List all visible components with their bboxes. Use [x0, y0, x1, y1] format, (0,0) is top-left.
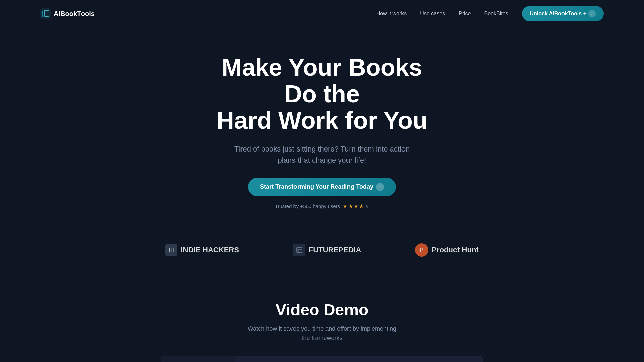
logo-icon [40, 8, 51, 19]
hero-section: Make Your Books Do the Hard Work for You… [0, 27, 644, 230]
futurepedia-label: FUTUREPEDIA [309, 246, 361, 254]
logo-divider-2 [388, 243, 388, 257]
logo-text: AIBookTools [54, 10, 95, 18]
futurepedia-badge [293, 244, 305, 256]
product-hunt-badge: P [415, 243, 428, 257]
video-demo-title: Video Demo [40, 301, 604, 319]
nav-cta-button[interactable]: Unlock AIBookTools + › [522, 6, 604, 21]
hero-title: Make Your Books Do the Hard Work for You [205, 54, 439, 134]
svg-rect-3 [297, 247, 302, 253]
nav-price[interactable]: Price [459, 11, 471, 17]
star-3: ★ [354, 203, 358, 209]
logo-indie-hackers: IH INDIE HACKERS [165, 244, 239, 256]
indie-hackers-label: INDIE HACKERS [181, 246, 239, 254]
star-5: ★ [364, 203, 369, 209]
nav-bookbites[interactable]: BookBites [484, 11, 508, 17]
logos-section: IH INDIE HACKERS FUTUREPEDIA P Product H… [40, 230, 604, 277]
logo-futurepedia: FUTUREPEDIA [293, 244, 361, 256]
svg-rect-0 [40, 8, 51, 19]
star-4: ★ [359, 203, 364, 209]
nav-cta-arrow: › [588, 10, 596, 17]
logo-divider-1 [266, 243, 266, 257]
logo-product-hunt: P Product Hunt [415, 243, 478, 257]
star-2: ★ [348, 203, 353, 209]
nav-how-it-works[interactable]: How it works [376, 11, 407, 17]
hero-subtitle: Tired of books just sitting there? Turn … [228, 143, 416, 166]
hero-cta-arrow: › [376, 183, 384, 191]
logo[interactable]: AIBookTools [40, 8, 95, 19]
star-rating: ★ ★ ★ ★ ★ [343, 203, 369, 209]
product-hunt-label: Product Hunt [432, 246, 478, 254]
hero-cta-button[interactable]: Start Transforming Your Reading Today › [248, 178, 396, 196]
app-main-content: 100M Offers by Alex Hormozi The Magic Fr… [235, 356, 483, 362]
trusted-text: Trusted by +500 happy users ★ ★ ★ ★ ★ [40, 203, 604, 209]
video-demo-subtitle: Watch how it saves you time and effort b… [245, 324, 399, 343]
nav-links: How it works Use cases Price BookBites U… [376, 6, 604, 21]
nav-use-cases[interactable]: Use cases [420, 11, 445, 17]
app-preview: AIBookTools 100M Offers by Alex Hormozi … [161, 356, 483, 362]
navbar: AIBookTools How it works Use cases Price… [0, 0, 644, 27]
indie-hackers-badge: IH [165, 244, 177, 256]
video-demo-section: Video Demo Watch how it saves you time a… [0, 277, 644, 362]
star-1: ★ [343, 203, 347, 209]
app-sidebar: AIBookTools 100M Offers by Alex Hormozi … [161, 356, 235, 362]
